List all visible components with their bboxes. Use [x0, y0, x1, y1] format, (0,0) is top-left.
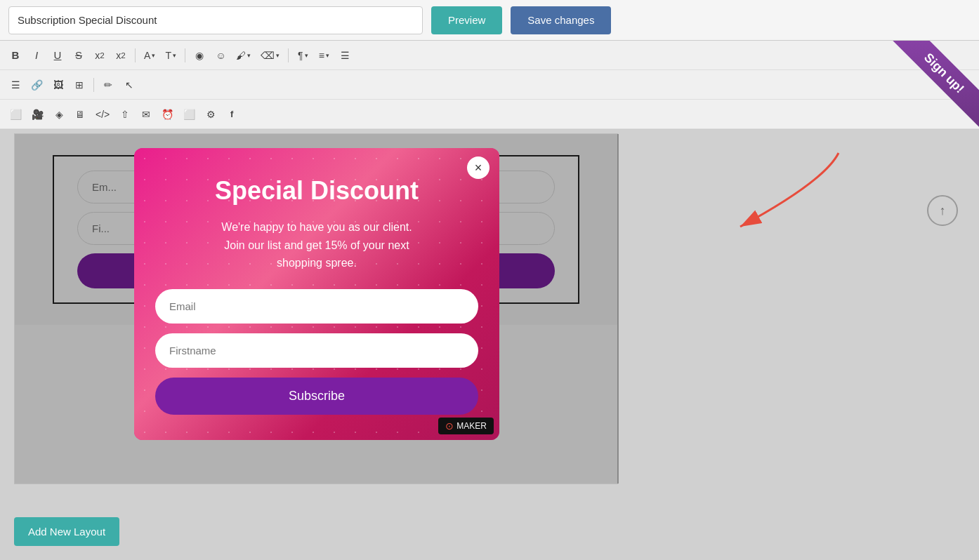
mail-button[interactable]: ✉ [136, 105, 156, 124]
separator-2 [185, 48, 185, 62]
top-bar: Subscription Special Discount Preview Sa… [0, 0, 979, 41]
canvas-wrapper: Subscribe × Special Discount We're happy… [14, 133, 618, 484]
highlight-button[interactable]: ◉ [190, 46, 209, 65]
popup-body-text: We're happy to have you as our client. J… [155, 218, 478, 272]
popup-subscribe-button[interactable]: Subscribe [155, 378, 478, 415]
video-button[interactable]: 🎥 [27, 105, 48, 124]
scroll-up-button[interactable]: ↑ [927, 195, 958, 226]
save-button[interactable]: Save changes [511, 6, 611, 34]
facebook-button[interactable]: f [222, 105, 242, 124]
brush-button[interactable]: 🖌 [232, 46, 255, 65]
subscript-button[interactable]: x2 [90, 46, 110, 65]
signup-ribbon: Sign up! [867, 41, 979, 153]
popup-close-button[interactable]: × [467, 156, 490, 179]
table-button[interactable]: ⊞ [70, 75, 89, 95]
emoji-button[interactable]: ☺ [211, 46, 230, 65]
text-format-button[interactable]: T [161, 46, 180, 65]
plugin-button[interactable]: ⚙ [201, 105, 221, 124]
list-button[interactable]: ☰ [335, 46, 355, 65]
separator-4 [93, 78, 94, 92]
popup-background: × Special Discount We're happy to have y… [134, 148, 499, 440]
scroll-up-icon: ↑ [940, 204, 946, 218]
monitor-button[interactable]: 🖥 [70, 105, 90, 124]
animation-button[interactable]: ⬜ [179, 105, 199, 124]
image-button[interactable]: 🖼 [48, 75, 68, 95]
editor-toolbar: B I U S x2 x2 A T ◉ ☺ 🖌 ⌫ ¶ ≡ ☰ ☰ 🔗 🖼 ⊞ [0, 41, 979, 130]
layout-button[interactable]: ⬜ [6, 105, 26, 124]
list2-button[interactable]: ☰ [6, 75, 25, 95]
editor-area: B I U S x2 x2 A T ◉ ☺ 🖌 ⌫ ¶ ≡ ☰ ☰ 🔗 🖼 ⊞ [0, 41, 979, 560]
add-layout-button[interactable]: Add New Layout [14, 517, 119, 546]
link-button[interactable]: 🔗 [27, 75, 47, 95]
draw-button[interactable]: ✏ [98, 75, 118, 95]
strikethrough-button[interactable]: S [69, 46, 88, 65]
popup-firstname-input[interactable] [155, 333, 478, 368]
superscript-button[interactable]: x2 [111, 46, 131, 65]
eraser-button[interactable]: ⌫ [256, 46, 284, 65]
share-button[interactable]: ⇧ [115, 105, 135, 124]
font-color-button[interactable]: A [140, 46, 159, 65]
paragraph-button[interactable]: ¶ [293, 46, 313, 65]
optinmaker-badge: ⊙ MAKER [438, 418, 494, 434]
title-input[interactable]: Subscription Special Discount [8, 6, 423, 34]
cursor-button[interactable]: ↖ [119, 75, 139, 95]
toolbar-row-3: ⬜ 🎥 ◈ 🖥 </> ⇧ ✉ ⏰ ⬜ ⚙ f [0, 100, 979, 129]
red-arrow [698, 146, 853, 240]
signup-ribbon-label: Sign up! [890, 41, 979, 127]
popup-overlay: × Special Discount We're happy to have y… [15, 134, 619, 484]
code-button[interactable]: </> [91, 105, 114, 124]
underline-button[interactable]: U [48, 46, 67, 65]
popup-email-input[interactable] [155, 289, 478, 324]
italic-button[interactable]: I [27, 46, 46, 65]
clock-button[interactable]: ⏰ [157, 105, 178, 124]
bold-button[interactable]: B [6, 46, 25, 65]
separator-3 [288, 48, 289, 62]
popup-modal: × Special Discount We're happy to have y… [134, 148, 499, 440]
toolbar-row-1: B I U S x2 x2 A T ◉ ☺ 🖌 ⌫ ¶ ≡ ☰ [0, 41, 979, 70]
popup-title: Special Discount [155, 176, 478, 206]
align-button[interactable]: ≡ [314, 46, 334, 65]
optinmaker-icon: ⊙ [445, 420, 454, 432]
toolbar-row-2: ☰ 🔗 🖼 ⊞ ✏ ↖ [0, 70, 979, 100]
optinmaker-text: MAKER [456, 421, 487, 431]
layers-button[interactable]: ◈ [49, 105, 69, 124]
separator-1 [135, 48, 136, 62]
preview-button[interactable]: Preview [431, 6, 502, 34]
